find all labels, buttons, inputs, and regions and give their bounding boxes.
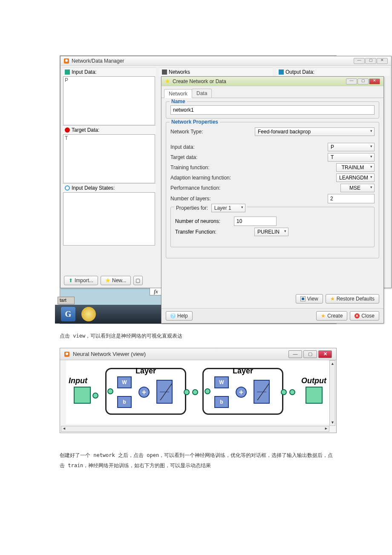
delay-states-list[interactable] (63, 192, 155, 246)
matlab-icon (64, 352, 69, 357)
fx-box: fx (150, 288, 162, 295)
adapt-fn-select[interactable]: LEARNGDM (336, 173, 375, 182)
perf-fn-select[interactable]: MSE (340, 184, 375, 192)
input-data-header: Input Data: (62, 67, 156, 76)
taskbar-icon-qq[interactable] (81, 307, 96, 321)
close-icon: ✕ (355, 313, 360, 318)
screenshot-manager: Network/Data Manager — ▢ ✕ Input Data: P… (60, 55, 337, 324)
output-data-header: Output Data: (276, 67, 389, 76)
star-icon: ★ (321, 313, 326, 319)
layer-select[interactable]: Layer 1 (211, 204, 245, 212)
transfer-block (156, 380, 173, 404)
output-label: Output (301, 376, 326, 385)
network-type-label: Network Type: (170, 129, 251, 135)
training-fn-select[interactable]: TRAINLM (336, 163, 375, 172)
restore-defaults-button[interactable]: ★ Restore Defaults (326, 294, 379, 304)
legend-properties: Network Properties (170, 119, 220, 125)
titlebar-dialog: Create Network or Data — ▢ ✕ (161, 77, 383, 86)
caption-1: 点击 view，可以看到这是神经网络的可视化直观表达 (60, 331, 337, 341)
taskbar: G (55, 305, 161, 324)
sum-block: + (138, 387, 150, 398)
node (92, 393, 98, 399)
clock-icon (65, 185, 70, 191)
neurons-label: Number of neurons: (175, 218, 231, 224)
title-viewer: Neural Network Viewer (view) (73, 351, 288, 357)
b-block: b (214, 396, 229, 408)
viewer-minimize-button[interactable]: — (288, 350, 302, 358)
input-data-label: Input data: (170, 144, 251, 150)
maximize-button[interactable]: ▢ (365, 58, 376, 64)
networks-label: Networks (169, 69, 190, 75)
delay-states-label: Input Delay States: (72, 185, 115, 191)
input-icon (65, 69, 70, 75)
transfer-block (254, 380, 270, 404)
viewer-maximize-button[interactable]: ▢ (303, 350, 317, 358)
transfer-fn-label: Transfer Function: (175, 229, 231, 235)
node (107, 388, 113, 394)
node (289, 389, 295, 395)
star-icon (165, 79, 170, 84)
view-button[interactable]: View (296, 294, 323, 304)
output-icon (279, 69, 284, 75)
star-icon (105, 278, 110, 283)
layer1-label: Layer (107, 367, 185, 376)
b-block: b (117, 396, 132, 408)
window-nn-viewer: Neural Network Viewer (view) — ▢ ✕ Input… (60, 348, 337, 433)
dialog-minimize-button[interactable]: — (346, 78, 357, 84)
tab-network[interactable]: Network (164, 89, 192, 98)
horizontal-scrollbar[interactable] (61, 426, 329, 432)
target-data-list[interactable]: T (63, 134, 155, 183)
dialog-maximize-button[interactable]: ▢ (357, 78, 369, 84)
target-data-header: Target Data: (62, 125, 156, 134)
networks-header: Networks (159, 67, 273, 76)
help-button[interactable]: ? Help (166, 311, 193, 321)
tabs: Network Data (161, 86, 383, 98)
name-input[interactable] (170, 105, 375, 115)
close-button[interactable]: ✕ Close (350, 311, 379, 321)
window-create-network: Create Network or Data — ▢ ✕ Network Dat… (161, 76, 384, 324)
minimize-button[interactable]: — (354, 58, 365, 64)
node (184, 389, 190, 395)
target-data-label: Target data: (170, 154, 251, 160)
viewer-close-button[interactable]: ✕ (318, 350, 332, 358)
taskbar-icon-g[interactable]: G (61, 307, 75, 321)
layer2-label: Layer (204, 367, 282, 376)
input-data-select[interactable]: P (328, 143, 375, 151)
new-button[interactable]: New... (101, 276, 131, 285)
vertical-scrollbar[interactable] (329, 360, 335, 426)
close-button[interactable]: ✕ (377, 58, 388, 64)
dialog-close-x-button[interactable]: ✕ (369, 78, 380, 84)
tab-data[interactable]: Data (192, 89, 212, 98)
dialog-footer: ? Help ★ Create ✕ Close (161, 308, 383, 323)
network-type-select[interactable]: Feed-forward backprop (255, 127, 375, 136)
create-button[interactable]: ★ Create (316, 311, 347, 321)
delay-states-header: Input Delay States: (62, 183, 156, 192)
input-block (74, 387, 91, 404)
neurons-input[interactable] (234, 217, 277, 226)
target-data-select[interactable]: T (328, 153, 375, 162)
output-block (306, 387, 323, 404)
transfer-fn-select[interactable]: PURELIN (254, 228, 288, 236)
target-icon (65, 127, 70, 133)
w-block: W (214, 376, 229, 388)
fieldset-name: Name (166, 101, 379, 119)
extra-button[interactable]: ▢ (133, 276, 143, 285)
fieldset-properties: Network Properties Network Type: Feed-fo… (166, 122, 379, 258)
star-icon: ★ (330, 296, 335, 302)
import-button[interactable]: ⬆Import... (64, 276, 98, 285)
start-fragment: tart (58, 297, 75, 304)
adapt-fn-label: Adaption learning function: (170, 175, 251, 181)
node (205, 388, 210, 394)
fieldset-layer-props: Properties for: Layer 1 Number of neuron… (170, 207, 375, 247)
output-data-label: Output Data: (285, 69, 314, 75)
input-data-list[interactable]: P (63, 76, 155, 125)
networks-icon (162, 69, 167, 75)
w-block: W (117, 376, 132, 388)
title-dialog: Create Network or Data (173, 78, 346, 84)
sum-block: + (236, 387, 247, 398)
nn-diagram: Input Layer W b + Layer W b + Output (66, 360, 330, 424)
caption-2: 创建好了一个 network 之后，点击 open，可以看到一个神经网络训练，优… (60, 450, 337, 471)
num-layers-label: Number of layers: (170, 196, 251, 202)
titlebar-manager: Network/Data Manager — ▢ ✕ (61, 56, 391, 66)
num-layers-input[interactable] (328, 194, 375, 203)
